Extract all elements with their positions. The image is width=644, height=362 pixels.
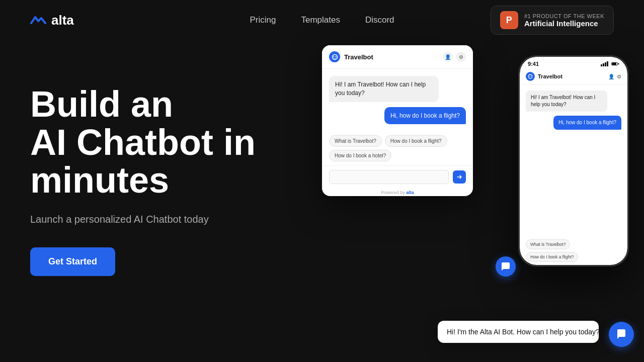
phone-mockup: 9:41 — [518, 55, 629, 266]
hero-heading-line1: Build an — [30, 84, 173, 124]
chat-header-left: Travelbot — [329, 51, 373, 62]
svg-point-12 — [531, 75, 532, 76]
chat-powered: Powered by alta — [322, 188, 473, 196]
ai-tooltip: Hi! I'm the Alta AI Bot. How can I help … — [438, 321, 599, 343]
phone-suggestion-2[interactable]: How do I book a flight? — [526, 252, 578, 262]
nav-templates[interactable]: Templates — [301, 15, 340, 25]
get-started-button[interactable]: Get Started — [30, 247, 115, 276]
chat-bubble-button-icon — [615, 328, 627, 340]
floating-chat-icon[interactable] — [496, 256, 516, 277]
phone-suggestions: What is Travelbot? How do I book a fligh… — [520, 236, 627, 265]
hero-section: Build an AI Chatbot in minutes Launch a … — [30, 65, 256, 276]
ph-icon: P — [500, 11, 518, 29]
chat-bubble-icon — [501, 261, 511, 272]
phone-user-icon: 👤 — [608, 74, 614, 79]
svg-rect-4 — [603, 63, 604, 66]
svg-point-2 — [335, 56, 336, 57]
chat-input-area — [322, 165, 473, 188]
chat-bot-icon — [329, 51, 340, 62]
chat-bot-name: Travelbot — [344, 53, 373, 61]
svg-rect-5 — [605, 62, 606, 66]
phone-time: 9:41 — [528, 61, 539, 67]
hero-heading-line2: AI Chatbot in — [30, 122, 256, 162]
send-icon — [456, 174, 462, 180]
logo-icon — [30, 14, 46, 26]
hero-heading: Build an AI Chatbot in minutes — [30, 85, 256, 200]
ph-title: Artificial Intelligence — [524, 19, 604, 28]
user-message: Hi, how do I book a flight? — [384, 107, 466, 125]
suggestion-3[interactable]: How do I book a hotel? — [329, 150, 391, 161]
phone-bot-icon-svg — [528, 74, 533, 79]
suggestion-1[interactable]: What is Travelbot? — [329, 135, 382, 147]
chat-header-icons: 👤 ⚙ — [443, 52, 466, 62]
chat-window-main: Travelbot 👤 ⚙ Hi! I am Travelbot! How ca… — [322, 45, 473, 196]
chat-suggestions: What is Travelbot? How do I book a fligh… — [322, 131, 473, 165]
demo-area: Travelbot 👤 ⚙ Hi! I am Travelbot! How ca… — [292, 40, 644, 362]
svg-point-11 — [529, 75, 530, 76]
powered-brand: alta — [406, 190, 414, 195]
bot-icon-svg — [332, 54, 338, 60]
phone-bot-message: Hi! I am Travelbot! How can I help you t… — [526, 90, 607, 112]
phone-header-icons: 👤 ⚙ — [608, 74, 621, 79]
svg-rect-3 — [601, 64, 602, 66]
user-icon[interactable]: 👤 — [443, 52, 453, 62]
hero-subtext: Launch a personalized AI Chatbot today — [30, 214, 256, 225]
chat-header: Travelbot 👤 ⚙ — [322, 45, 473, 69]
nav-links: Pricing Templates Discord — [250, 15, 394, 25]
powered-label: Powered by — [381, 190, 405, 195]
svg-rect-6 — [607, 61, 608, 66]
main: Build an AI Chatbot in minutes Launch a … — [0, 40, 644, 362]
suggestion-2[interactable]: How do I book a flight? — [385, 135, 447, 147]
ph-label: #1 PRODUCT OF THE WEEK — [524, 13, 604, 19]
chat-messages: Hi! I am Travelbot! How can I help you t… — [322, 69, 473, 131]
phone-suggestion-1[interactable]: What is Travelbot? — [526, 239, 570, 249]
product-hunt-badge[interactable]: P #1 PRODUCT OF THE WEEK Artificial Inte… — [491, 6, 614, 35]
nav-discord[interactable]: Discord — [365, 15, 394, 25]
ph-text: #1 PRODUCT OF THE WEEK Artificial Intell… — [524, 13, 604, 28]
navbar: alta Pricing Templates Discord P #1 PROD… — [0, 0, 644, 40]
hero-heading-line3: minutes — [30, 160, 169, 200]
phone-bot-icon — [526, 72, 535, 81]
phone-status-icons — [601, 61, 619, 66]
settings-icon[interactable]: ⚙ — [456, 52, 466, 62]
svg-rect-9 — [618, 63, 619, 65]
svg-point-1 — [333, 56, 334, 57]
nav-pricing[interactable]: Pricing — [250, 15, 276, 25]
chat-bubble-button[interactable] — [609, 322, 634, 347]
chat-send-button[interactable] — [453, 170, 466, 184]
phone-screen: 9:41 — [520, 57, 627, 265]
battery-icon — [611, 61, 619, 66]
phone-chat-body: Hi! I am Travelbot! How can I help you t… — [520, 84, 627, 236]
logo[interactable]: alta — [30, 13, 74, 28]
bot-message: Hi! I am Travelbot! How can I help you t… — [329, 76, 439, 102]
brand-name: alta — [51, 13, 74, 28]
svg-rect-8 — [612, 63, 616, 65]
phone-status-bar: 9:41 — [520, 57, 627, 69]
phone-chat-header: Travelbot 👤 ⚙ — [520, 69, 627, 84]
svg-point-10 — [528, 74, 532, 78]
chat-input-field[interactable] — [329, 170, 449, 184]
phone-settings-icon: ⚙ — [617, 74, 621, 79]
ph-icon-letter: P — [506, 15, 512, 26]
phone-user-message: Hi, how do I book a flight? — [553, 116, 621, 130]
signal-icon — [601, 61, 610, 66]
phone-bot-name: Travelbot — [538, 73, 562, 79]
